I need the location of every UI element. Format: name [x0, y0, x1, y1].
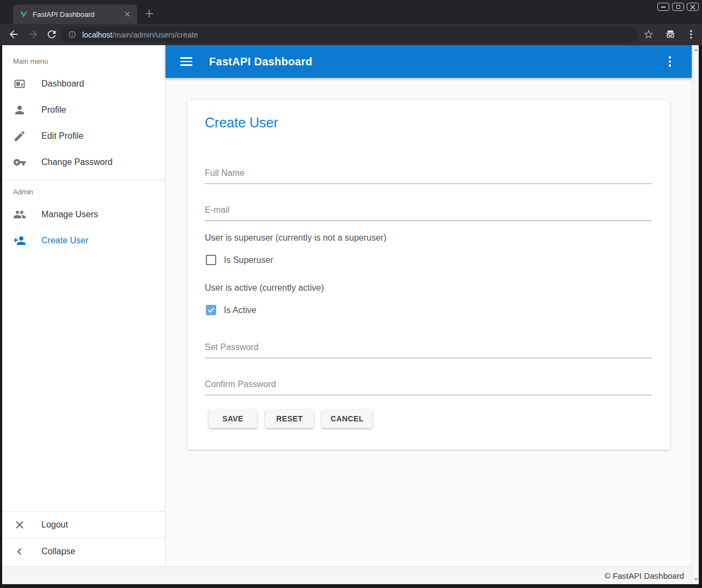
- browser-window: FastAPI Dashboard: [0, 0, 702, 588]
- full-name-input[interactable]: [205, 162, 652, 184]
- close-icon: [13, 518, 26, 531]
- reload-icon[interactable]: [46, 28, 58, 40]
- sidebar-section-header-main: Main menu: [2, 45, 165, 71]
- confirm-password-field-wrap: [205, 373, 652, 395]
- sidebar-bottom: Logout Collapse: [2, 511, 165, 565]
- email-field-wrap: [205, 199, 652, 221]
- vue-logo-icon: [20, 10, 28, 19]
- maximize-button[interactable]: [672, 3, 684, 11]
- url-path: /main/admin/users/create: [112, 30, 198, 39]
- cancel-button[interactable]: CANCEL: [322, 409, 373, 428]
- browser-tab[interactable]: FastAPI Dashboard: [13, 4, 137, 24]
- hamburger-menu-icon[interactable]: [180, 55, 193, 68]
- sidebar-item-logout[interactable]: Logout: [2, 512, 165, 538]
- bookmark-star-icon[interactable]: [643, 28, 655, 40]
- appbar-title: FastAPI Dashboard: [209, 56, 313, 68]
- tab-close-icon[interactable]: [123, 10, 132, 19]
- sidebar-item-manage-users[interactable]: Manage Users: [2, 201, 165, 228]
- sidebar-item-label: Create User: [41, 236, 88, 246]
- minimize-button[interactable]: [657, 3, 669, 11]
- sidebar-item-create-user[interactable]: Create User: [2, 228, 165, 254]
- reset-button[interactable]: RESET: [265, 409, 314, 428]
- window-close-button[interactable]: [687, 3, 699, 11]
- is-active-checkbox[interactable]: Is Active: [206, 305, 257, 315]
- page-scrollbar[interactable]: [692, 45, 699, 584]
- window-controls: [657, 3, 699, 11]
- address-bar[interactable]: localhost/main/admin/users/create: [61, 27, 637, 42]
- url-host: localhost: [82, 30, 112, 39]
- email-input[interactable]: [205, 199, 652, 221]
- page-info-icon[interactable]: [68, 30, 77, 39]
- appbar: FastAPI Dashboard: [166, 45, 692, 78]
- full-name-field-wrap: [205, 162, 652, 184]
- pencil-icon: [13, 130, 26, 143]
- password-field-wrap: [205, 336, 652, 358]
- forward-icon[interactable]: [27, 28, 39, 40]
- checkbox-checked-icon[interactable]: [206, 305, 216, 315]
- person-icon: [13, 103, 26, 117]
- browser-toolbar: localhost/main/admin/users/create: [0, 24, 702, 45]
- person-add-icon: [13, 234, 26, 247]
- sidebar-item-label: Profile: [41, 105, 66, 115]
- people-icon: [13, 208, 26, 221]
- sidebar-item-label: Change Password: [41, 157, 113, 167]
- set-password-input[interactable]: [205, 336, 652, 358]
- sidebar-item-label: Manage Users: [41, 210, 98, 219]
- sidebar-item-collapse[interactable]: Collapse: [2, 538, 165, 565]
- sidebar-item-change-password[interactable]: Change Password: [2, 149, 165, 175]
- checkbox-unchecked-icon[interactable]: [206, 255, 216, 265]
- scroll-up-icon[interactable]: [694, 48, 698, 51]
- confirm-password-input[interactable]: [205, 373, 652, 395]
- sidebar: Main menu Dashboard Profile E: [2, 45, 166, 566]
- create-user-card: Create User User is superuser (currently…: [187, 100, 670, 450]
- checkbox-label: Is Superuser: [224, 255, 273, 265]
- active-hint: User is active (currently active): [205, 283, 324, 293]
- browser-titlebar: FastAPI Dashboard: [0, 0, 702, 24]
- checkbox-label: Is Active: [224, 305, 257, 315]
- superuser-hint: User is superuser (currently is not a su…: [205, 233, 386, 243]
- page-title: Create User: [205, 115, 278, 131]
- chevron-left-icon: [13, 545, 26, 558]
- window-close-icon: [690, 4, 695, 10]
- form-actions: SAVE RESET CANCEL: [209, 409, 373, 428]
- browser-menu-icon[interactable]: [685, 28, 697, 40]
- dashboard-icon: [13, 77, 26, 90]
- url-text: localhost/main/admin/users/create: [82, 30, 198, 39]
- sidebar-item-label: Logout: [41, 520, 68, 530]
- sidebar-section-header-admin: Admin: [2, 180, 165, 201]
- back-icon[interactable]: [8, 28, 20, 40]
- is-superuser-checkbox[interactable]: Is Superuser: [206, 255, 273, 265]
- appbar-menu-icon[interactable]: [663, 55, 676, 68]
- sidebar-item-label: Collapse: [41, 547, 75, 556]
- page-footer: © FastAPI Dashboard: [2, 566, 692, 584]
- key-icon: [13, 156, 26, 169]
- scroll-down-icon[interactable]: [694, 578, 698, 581]
- sidebar-item-dashboard[interactable]: Dashboard: [2, 71, 165, 97]
- copyright-text: © FastAPI Dashboard: [605, 571, 684, 580]
- page-content: Main menu Dashboard Profile E: [2, 45, 699, 584]
- incognito-icon: [664, 28, 676, 40]
- tab-title: FastAPI Dashboard: [33, 10, 123, 19]
- sidebar-item-label: Dashboard: [41, 79, 84, 89]
- sidebar-item-edit-profile[interactable]: Edit Profile: [2, 123, 165, 149]
- new-tab-icon[interactable]: [144, 8, 155, 19]
- sidebar-item-label: Edit Profile: [41, 131, 83, 141]
- save-button[interactable]: SAVE: [209, 409, 257, 428]
- sidebar-item-profile[interactable]: Profile: [2, 97, 165, 123]
